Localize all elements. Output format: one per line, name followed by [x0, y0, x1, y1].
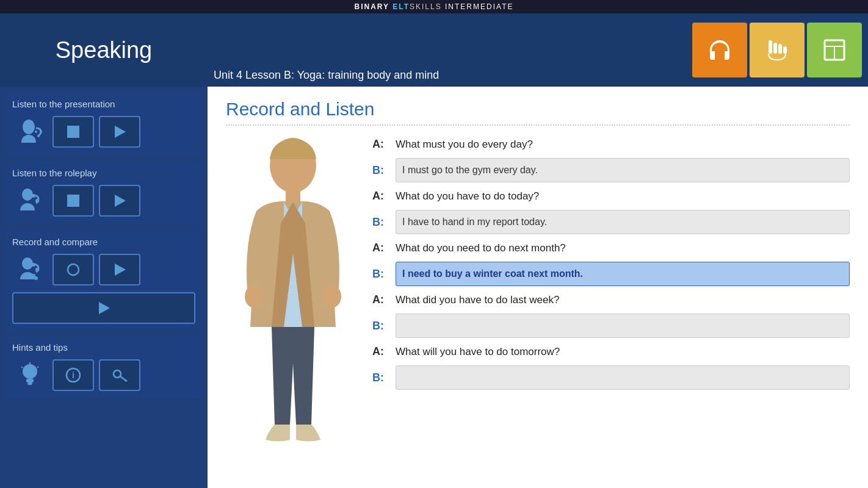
- record-button[interactable]: [52, 254, 94, 285]
- table-row: A: What do you have to do today?: [372, 190, 850, 203]
- record-label: Record and compare: [12, 237, 195, 247]
- content-title: Record and Listen: [226, 99, 850, 126]
- table-row: B: I need to buy a winter coat next mont…: [372, 262, 850, 286]
- svg-marker-25: [99, 302, 110, 314]
- svg-point-15: [35, 199, 39, 203]
- bulb-icon: [14, 359, 46, 391]
- header-row: Speaking Unit 4 Lesson B: Yoga: training…: [0, 13, 868, 87]
- touch-button[interactable]: [750, 23, 805, 77]
- stop-icon: [65, 123, 82, 140]
- svg-point-19: [32, 263, 35, 267]
- speaker-a-label: A:: [372, 242, 389, 254]
- headphones-button[interactable]: [692, 23, 747, 77]
- key-button[interactable]: [99, 359, 140, 391]
- svg-point-14: [32, 194, 35, 198]
- svg-rect-27: [26, 379, 34, 382]
- speaker-a-label: A:: [372, 190, 389, 203]
- presentation-section: Listen to the presentation: [6, 93, 201, 156]
- speaker-b-label: B:: [372, 371, 389, 384]
- svg-point-39: [245, 285, 262, 307]
- roleplay-play-button[interactable]: [99, 185, 140, 217]
- svg-line-31: [37, 367, 38, 368]
- header-center: Unit 4 Lesson B: Yoga: training body and…: [208, 13, 686, 87]
- presenter-icon: [12, 114, 48, 149]
- question-text: What do you need to do next month?: [396, 242, 566, 254]
- svg-rect-16: [67, 195, 79, 207]
- answer-input[interactable]: [396, 365, 850, 390]
- roleplay-section: Listen to the roleplay: [6, 162, 201, 224]
- headset-person-icon: [12, 183, 48, 218]
- svg-point-10: [40, 131, 42, 133]
- hints-section: Hints and tips i: [6, 336, 201, 399]
- presentation-play-button[interactable]: [99, 116, 140, 148]
- svg-rect-28: [27, 382, 32, 385]
- roleplay-label: Listen to the roleplay: [12, 168, 195, 178]
- svg-point-20: [35, 268, 39, 271]
- presentation-controls: [12, 114, 195, 149]
- question-text: What will you have to do tomorrow?: [396, 346, 560, 358]
- content-area: Record and Listen: [208, 87, 868, 488]
- presentation-stop-button[interactable]: [52, 116, 94, 148]
- svg-marker-12: [115, 126, 126, 138]
- info-button[interactable]: i: [52, 359, 94, 391]
- record-section: Record and compare: [6, 231, 201, 330]
- qa-section: A: What must you do every day? B: I must…: [372, 132, 850, 461]
- layout-button[interactable]: [807, 23, 862, 77]
- lesson-title: Unit 4 Lesson B: Yoga: training body and…: [214, 69, 439, 82]
- question-text: What did you have to do last week?: [396, 294, 559, 306]
- key-icon: [111, 367, 128, 384]
- record-headset-icon: [14, 254, 46, 285]
- headset-icon: [14, 185, 46, 217]
- svg-text:i: i: [72, 370, 74, 380]
- question-text: What do you have to do today?: [396, 190, 539, 203]
- svg-point-8: [37, 135, 40, 137]
- answer-input[interactable]: I have to hand in my report today.: [396, 210, 850, 234]
- person-figure: [232, 132, 354, 461]
- sidebar: Listen to the presentation: [0, 87, 208, 488]
- info-icon: i: [65, 367, 82, 384]
- table-row: A: What will you have to do tomorrow?: [372, 345, 850, 358]
- svg-rect-1: [773, 43, 777, 54]
- headphones-icon: [705, 35, 734, 65]
- play-icon: [111, 192, 128, 209]
- record-person-icon: [12, 252, 48, 287]
- svg-rect-3: [783, 46, 787, 54]
- answer-input[interactable]: I must go to the gym every day.: [396, 158, 850, 182]
- speaker-b-label: B:: [372, 268, 389, 281]
- speaking-title: Speaking: [56, 37, 152, 63]
- presentation-label: Listen to the presentation: [12, 99, 195, 109]
- answer-input[interactable]: [396, 314, 850, 338]
- svg-rect-2: [778, 44, 782, 54]
- answer-input-highlighted[interactable]: I need to buy a winter coat next month.: [396, 262, 850, 286]
- table-row: A: What must you do every day?: [372, 138, 850, 151]
- speaker-a-label: A:: [372, 293, 389, 306]
- record-play-button[interactable]: [99, 254, 140, 285]
- playback-button[interactable]: [12, 292, 195, 324]
- svg-point-7: [23, 120, 35, 134]
- roleplay-controls: [12, 183, 195, 218]
- top-bar: BINARY ELTSKILLS INTERMEDIATE: [0, 0, 868, 13]
- svg-point-40: [324, 285, 341, 307]
- head-speech-icon: [14, 116, 46, 148]
- lightbulb-icon: [12, 357, 48, 393]
- table-row: B: I must go to the gym every day.: [372, 158, 850, 182]
- svg-rect-38: [286, 190, 300, 202]
- header-buttons: [686, 13, 868, 87]
- play-icon: [111, 261, 128, 278]
- main-layout: Listen to the presentation: [0, 87, 868, 488]
- svg-point-13: [22, 188, 33, 201]
- roleplay-stop-button[interactable]: [52, 185, 94, 217]
- svg-rect-0: [769, 40, 772, 54]
- hints-label: Hints and tips: [12, 342, 195, 353]
- speaker-b-label: B:: [372, 320, 389, 332]
- table-row: B:: [372, 314, 850, 338]
- table-row: A: What did you have to do last week?: [372, 293, 850, 306]
- dialog-area: A: What must you do every day? B: I must…: [226, 132, 850, 461]
- table-row: A: What do you need to do next month?: [372, 242, 850, 254]
- svg-marker-17: [115, 195, 126, 207]
- svg-point-23: [68, 264, 79, 275]
- table-row: B: I have to hand in my report today.: [372, 210, 850, 234]
- speaker-b-label: B:: [372, 216, 389, 229]
- touch-icon: [762, 35, 792, 65]
- speaker-a-label: A:: [372, 345, 389, 358]
